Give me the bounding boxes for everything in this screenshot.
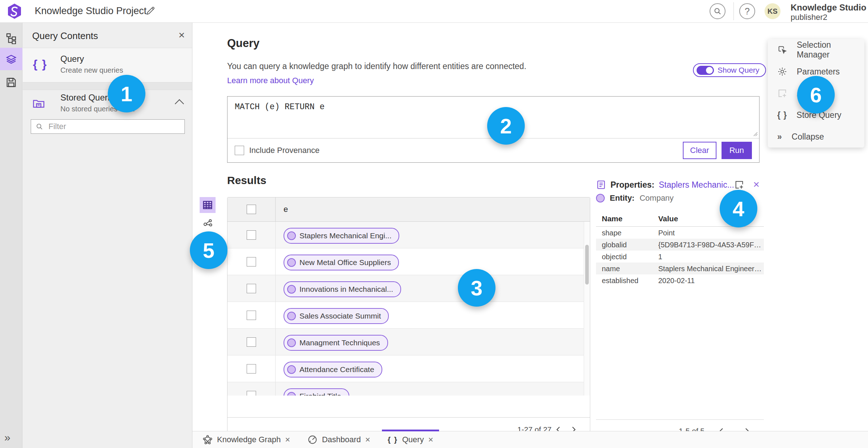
- entity-dot-icon: [287, 312, 296, 320]
- table-row[interactable]: Sales Associate Summit: [227, 302, 590, 329]
- entity-pill[interactable]: New Metal Office Suppliers: [284, 255, 399, 270]
- sidebar-item-query[interactable]: { } Query Create new queries: [23, 48, 192, 82]
- name-column-header: Name: [602, 214, 622, 223]
- entity-dot-icon: [287, 365, 296, 374]
- app-logo-icon[interactable]: [7, 3, 22, 19]
- table-view-button[interactable]: [200, 197, 216, 213]
- knowledge-graph-icon: [203, 435, 213, 445]
- properties-label: Properties:: [610, 180, 654, 190]
- entity-pill[interactable]: Staplers Mechanical Engi...: [284, 228, 399, 244]
- user-role: publisher2: [791, 13, 866, 22]
- column-header-e: e: [276, 197, 288, 221]
- entity-pill[interactable]: Innovations in Mechanical...: [284, 281, 401, 297]
- callout-6: 6: [797, 76, 835, 114]
- row-checkbox[interactable]: [247, 311, 256, 320]
- search-icon: [35, 123, 43, 131]
- tab-query-active[interactable]: { } Query ×: [379, 431, 442, 448]
- select-all-checkbox[interactable]: [247, 205, 256, 214]
- top-bar: Knowledge Studio Project ? KS Knowledge …: [0, 0, 868, 23]
- query-description: You can query a knowledge graph to ident…: [227, 61, 526, 71]
- close-tab-icon[interactable]: ×: [365, 435, 370, 444]
- results-table-header: e: [227, 197, 590, 222]
- row-checkbox[interactable]: [247, 257, 256, 266]
- results-scrollbar[interactable]: [584, 222, 590, 396]
- layers-tool-selected[interactable]: [0, 48, 22, 70]
- close-properties-icon[interactable]: ×: [753, 178, 760, 191]
- property-row: globalid{5D9B4713-F98D-4A53-A59F-C11...: [596, 239, 764, 251]
- toggle-switch-on[interactable]: [697, 66, 714, 75]
- callout-4: 4: [720, 190, 757, 227]
- braces-icon: { }: [777, 110, 787, 120]
- tab-knowledge-graph[interactable]: Knowledge Graph ×: [194, 431, 299, 448]
- clear-button[interactable]: Clear: [683, 142, 716, 159]
- collapse-item[interactable]: » Collapse: [768, 126, 864, 148]
- section-divider: [23, 82, 192, 90]
- table-row[interactable]: Staplers Mechanical Engi...: [227, 222, 590, 248]
- resize-handle-icon[interactable]: [753, 131, 758, 136]
- entity-pill[interactable]: Sales Associate Summit: [284, 308, 389, 324]
- query-contents-title: Query Contents: [32, 30, 98, 42]
- user-name: Knowledge Studio: [791, 3, 866, 13]
- include-provenance-checkbox[interactable]: [235, 146, 244, 155]
- entity-pill[interactable]: Firebird Title: [284, 388, 349, 396]
- callout-5: 5: [190, 231, 227, 269]
- gear-icon: [777, 67, 787, 77]
- row-checkbox[interactable]: [247, 391, 256, 396]
- close-panel-icon[interactable]: ×: [178, 29, 185, 41]
- close-tab-icon[interactable]: ×: [285, 435, 290, 444]
- user-menu[interactable]: Knowledge Studio publisher2: [791, 3, 866, 22]
- entity-dot-icon: [287, 392, 296, 396]
- collapse-section-icon[interactable]: [175, 99, 184, 108]
- add-to-new-icon[interactable]: [734, 180, 744, 190]
- link-chart-view-button[interactable]: [203, 218, 213, 229]
- filter-input[interactable]: [48, 121, 180, 132]
- table-row[interactable]: New Metal Office Suppliers: [227, 248, 590, 275]
- row-checkbox[interactable]: [247, 364, 256, 374]
- selection-manager-icon: [777, 45, 787, 55]
- results-table: e Staplers Mechanical Engi... New Metal …: [227, 197, 590, 442]
- help-button[interactable]: ?: [739, 3, 755, 19]
- property-row: established2020-02-11: [596, 274, 764, 286]
- table-row[interactable]: Firebird Title: [227, 382, 590, 396]
- main-content: Query You can query a knowledge graph to…: [192, 22, 868, 431]
- tab-dashboard[interactable]: Dashboard ×: [299, 431, 379, 448]
- show-query-label: Show Query: [718, 66, 760, 74]
- user-avatar[interactable]: KS: [765, 3, 780, 19]
- property-row: shapePoint: [596, 227, 764, 239]
- bottom-tab-bar: Knowledge Graph × Dashboard × { } Query …: [192, 431, 868, 448]
- entity-type-row: Entity: Company: [596, 193, 674, 203]
- add-to-new-icon: [777, 88, 787, 98]
- show-query-toggle[interactable]: Show Query: [693, 63, 766, 77]
- save-icon[interactable]: [5, 77, 17, 88]
- entity-pill[interactable]: Managment Techniques: [284, 335, 388, 351]
- selection-manager-item[interactable]: Selection Manager: [768, 39, 864, 61]
- results-table-body: Staplers Mechanical Engi... New Metal Of…: [227, 222, 590, 396]
- data-model-icon[interactable]: [5, 33, 17, 44]
- row-checkbox[interactable]: [247, 230, 256, 240]
- learn-more-link[interactable]: Learn more about Query: [227, 76, 314, 85]
- stored-queries-section[interactable]: Stored Queries No stored queries exist: [23, 90, 192, 118]
- topbar-divider: [733, 2, 734, 20]
- filter-field[interactable]: [31, 119, 185, 134]
- table-row[interactable]: Innovations in Mechanical...: [227, 275, 590, 302]
- close-tab-icon[interactable]: ×: [428, 435, 433, 444]
- entity-dot-icon: [287, 285, 296, 294]
- property-row: objectid1: [596, 251, 764, 263]
- table-row[interactable]: Attendance Certificate: [227, 355, 590, 382]
- properties-doc-icon: [596, 180, 606, 190]
- entity-pill[interactable]: Attendance Certificate: [284, 362, 382, 377]
- query-item-label: Query: [60, 54, 84, 64]
- row-checkbox[interactable]: [247, 284, 256, 293]
- table-row[interactable]: Managment Techniques: [227, 329, 590, 355]
- braces-icon: { }: [33, 57, 47, 71]
- edit-title-icon[interactable]: [145, 6, 156, 16]
- properties-entity-link[interactable]: Staplers Mechanic...: [659, 180, 734, 190]
- run-button[interactable]: Run: [722, 142, 752, 159]
- scrollbar-thumb[interactable]: [585, 245, 589, 285]
- double-chevron-icon: »: [777, 132, 782, 142]
- expand-rail-icon[interactable]: »: [4, 432, 10, 443]
- search-button[interactable]: [710, 3, 726, 19]
- results-title: Results: [227, 174, 266, 187]
- row-checkbox[interactable]: [247, 337, 256, 347]
- entity-value: Company: [639, 193, 673, 203]
